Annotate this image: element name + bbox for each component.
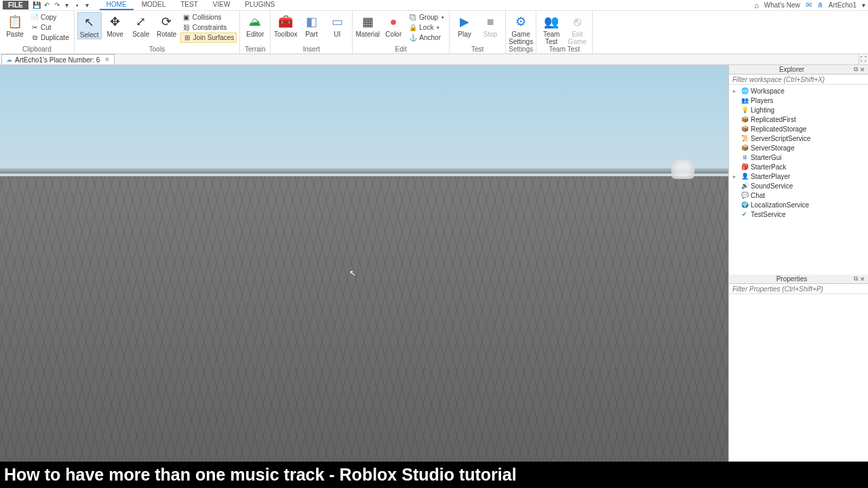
ribbon: 📋 Paste 📄Copy ✂Cut ⧉Duplicate Clipboard … (0, 11, 868, 54)
properties-body (729, 294, 868, 462)
tree-item-serverstorage[interactable]: 📦ServerStorage (729, 143, 868, 152)
cut-icon: ✂ (31, 24, 39, 32)
duplicate-icon: ⧉ (31, 34, 39, 42)
file-menu[interactable]: FILE (3, 1, 28, 9)
rotate-button[interactable]: ⟳Rotate (155, 12, 179, 38)
tree-item-localizationservice[interactable]: 🌍LocalizationService (729, 200, 868, 209)
notification-icon[interactable]: ✉ (806, 1, 812, 9)
scale-button[interactable]: ⤢Scale (129, 12, 153, 38)
gear-icon: ⚙ (513, 14, 529, 30)
move-button[interactable]: ✥Move (103, 12, 127, 38)
side-panels: Explorer ⧉ ✕ ▸🌐Workspace👥Players💡Lightin… (728, 65, 868, 462)
redo-icon[interactable]: ↷ (53, 1, 61, 9)
toolbox-button[interactable]: 🧰Toolbox (273, 12, 298, 38)
tab-test[interactable]: TEST (174, 0, 205, 10)
expand-arrow-icon[interactable]: ▸ (733, 174, 738, 180)
tree-item-soundservice[interactable]: 🔊SoundService (729, 181, 868, 190)
group-label: Clipboard (3, 45, 71, 54)
document-title: ArtEcho1's Place Number: 6 (15, 56, 100, 64)
service-icon: 🎒 (741, 163, 749, 170)
qat-dropdown-icon[interactable]: ▾ (63, 1, 71, 9)
dock-icon[interactable]: ⧉ (854, 275, 858, 283)
tree-item-replicatedstorage[interactable]: 📦ReplicatedStorage (729, 124, 868, 134)
cut-button[interactable]: ✂Cut (28, 22, 71, 33)
service-icon: 🌍 (741, 201, 749, 208)
dock-icon[interactable]: ⧉ (854, 66, 858, 73)
qat-dropdown2-icon[interactable]: ▾ (83, 1, 92, 9)
constraints-button[interactable]: ⛓Constraints (180, 22, 237, 33)
paste-icon: 📋 (7, 14, 23, 30)
tree-item-serverscriptservice[interactable]: 📜ServerScriptService (729, 134, 868, 143)
game-settings-button[interactable]: ⚙Game Settings (509, 12, 533, 45)
save-icon[interactable]: 💾 (33, 1, 41, 9)
explorer-filter-input[interactable] (729, 75, 868, 84)
3d-viewport[interactable]: ↖ (0, 65, 728, 462)
explorer-tree[interactable]: ▸🌐Workspace👥Players💡Lighting📦ReplicatedF… (729, 85, 868, 274)
tree-item-players[interactable]: 👥Players (729, 96, 868, 105)
tree-item-testservice[interactable]: ✔TestService (729, 209, 868, 219)
close-panel-icon[interactable]: ✕ (860, 276, 865, 283)
duplicate-button[interactable]: ⧉Duplicate (28, 33, 71, 43)
menubar: FILE 💾 ↶ ↷ ▾ ▪ ▾ HOME MODEL TEST VIEW PL… (0, 0, 868, 11)
tab-home[interactable]: HOME (100, 0, 134, 10)
paste-button[interactable]: 📋 Paste (3, 12, 27, 38)
tree-item-replicatedfirst[interactable]: 📦ReplicatedFirst (729, 115, 868, 124)
expand-viewport-icon[interactable]: ⛶ (859, 54, 868, 64)
properties-filter-input[interactable] (729, 284, 868, 293)
play-button[interactable]: ▶Play (452, 12, 477, 38)
ribbon-group-tools: ↖Select ✥Move ⤢Scale ⟳Rotate ▣Collisions… (75, 11, 241, 54)
anchor-button[interactable]: ⚓Anchor (407, 33, 446, 43)
join-surfaces-button[interactable]: ⊞Join Surfaces (180, 33, 237, 43)
qat-item-icon[interactable]: ▪ (73, 1, 81, 9)
tree-item-label: ServerScriptService (751, 135, 810, 142)
home-icon[interactable]: ⌂ (754, 1, 759, 9)
spawn-location (671, 160, 694, 179)
ui-button[interactable]: ▭UI (325, 12, 349, 38)
tree-item-starterplayer[interactable]: ▸👤StarterPlayer (729, 171, 868, 181)
team-test-button[interactable]: 👥Team Test (539, 12, 564, 45)
tree-item-label: StarterGui (751, 154, 782, 161)
copy-button[interactable]: 📄Copy (28, 12, 71, 22)
service-icon: 📦 (741, 116, 749, 123)
tree-item-startergui[interactable]: 🖥StarterGui (729, 152, 868, 162)
color-button[interactable]: ●Color (381, 12, 406, 38)
ribbon-group-settings: ⚙Game Settings Settings (506, 11, 536, 54)
tab-model[interactable]: MODEL (135, 0, 173, 10)
terrain-editor-button[interactable]: ⛰Editor (243, 12, 267, 38)
group-label: Team Test (539, 45, 589, 54)
group-button[interactable]: ⿻Group▾ (407, 12, 446, 22)
stop-button[interactable]: ■Stop (478, 12, 502, 38)
service-icon: 👤 (741, 173, 749, 180)
chevron-down-icon: ▾ (441, 15, 444, 20)
select-button[interactable]: ↖Select (77, 12, 102, 39)
tab-view[interactable]: VIEW (206, 0, 237, 10)
username-label[interactable]: ArtEcho1 (829, 1, 856, 9)
ribbon-group-test: ▶Play ■Stop Test (450, 11, 506, 54)
tree-item-chat[interactable]: 💬Chat (729, 190, 868, 200)
document-tab[interactable]: ☁ ArtEcho1's Place Number: 6 ✕ (1, 54, 115, 64)
undo-icon[interactable]: ↶ (43, 1, 51, 9)
tree-item-lighting[interactable]: 💡Lighting (729, 105, 868, 115)
tree-item-workspace[interactable]: ▸🌐Workspace (729, 86, 868, 96)
share-icon[interactable]: ⋔ (817, 1, 823, 9)
tree-item-starterpack[interactable]: 🎒StarterPack (729, 162, 868, 171)
expand-arrow-icon[interactable]: ▸ (733, 88, 738, 94)
material-button[interactable]: ▦Material (355, 12, 380, 38)
collisions-icon: ▣ (182, 14, 191, 22)
whats-new-link[interactable]: What's New (764, 1, 800, 9)
cloud-icon: ☁ (6, 56, 12, 63)
close-panel-icon[interactable]: ✕ (860, 66, 865, 73)
part-icon: ◧ (303, 14, 319, 30)
lock-button[interactable]: 🔒Lock▾ (407, 22, 446, 33)
tab-plugins[interactable]: PLUGINS (238, 0, 281, 10)
user-dropdown-icon[interactable]: ▾ (862, 1, 865, 9)
tree-item-label: ReplicatedStorage (751, 125, 806, 133)
anchor-icon: ⚓ (409, 34, 417, 42)
explorer-filter (729, 75, 868, 85)
part-button[interactable]: ◧Part (299, 12, 323, 38)
close-tab-icon[interactable]: ✕ (104, 56, 110, 63)
exit-game-button[interactable]: ⎋Exit Game (565, 12, 589, 45)
lock-icon: 🔒 (409, 24, 417, 32)
collisions-button[interactable]: ▣Collisions (180, 12, 237, 22)
ui-icon: ▭ (329, 14, 345, 30)
